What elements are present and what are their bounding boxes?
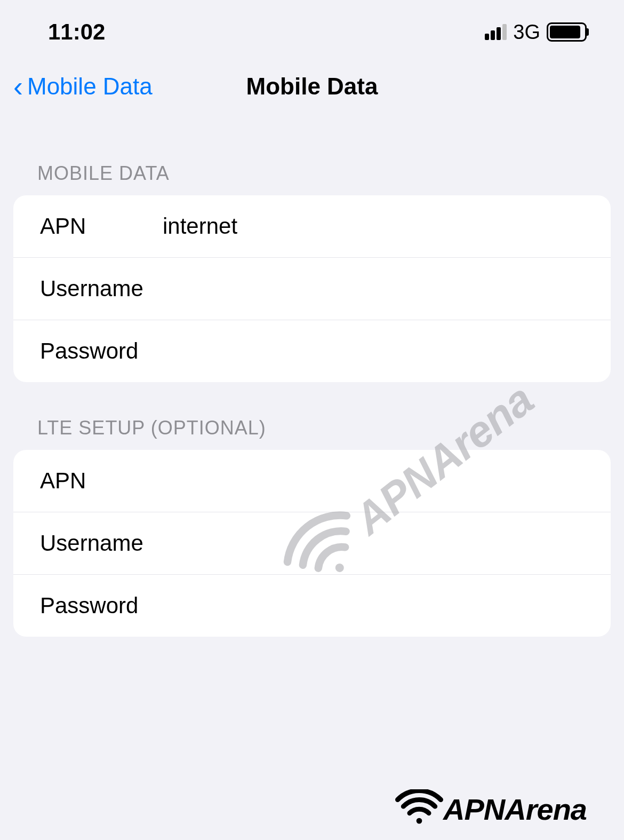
field-label: Password — [40, 593, 163, 619]
content-area: MOBILE DATA APN Username Password LTE SE… — [0, 128, 624, 637]
apn-input[interactable] — [163, 213, 584, 239]
field-label: Username — [40, 530, 163, 556]
field-label: Password — [40, 338, 163, 364]
password-input[interactable] — [163, 338, 584, 364]
row-lte-username[interactable]: Username — [13, 512, 611, 575]
username-input[interactable] — [163, 530, 584, 556]
row-mobile-data-apn[interactable]: APN — [13, 195, 611, 258]
watermark-text: APNArena — [443, 792, 587, 827]
password-input[interactable] — [163, 593, 584, 619]
back-button-label: Mobile Data — [27, 73, 153, 100]
watermark-bottom: APNArena — [395, 789, 587, 829]
field-label: Username — [40, 276, 163, 302]
status-time: 11:02 — [48, 19, 105, 45]
apn-input[interactable] — [163, 468, 584, 494]
section-card-lte: APN Username Password — [13, 450, 611, 637]
navigation-bar: ‹ Mobile Data Mobile Data — [0, 59, 624, 128]
chevron-left-icon: ‹ — [13, 72, 23, 101]
row-mobile-data-username[interactable]: Username — [13, 258, 611, 320]
section-header-lte: LTE SETUP (OPTIONAL) — [0, 382, 624, 450]
field-label: APN — [40, 213, 163, 239]
field-label: APN — [40, 468, 163, 494]
page-title: Mobile Data — [246, 73, 378, 100]
username-input[interactable] — [163, 276, 584, 302]
wifi-icon — [395, 789, 443, 829]
row-lte-password[interactable]: Password — [13, 575, 611, 637]
section-header-mobile-data: MOBILE DATA — [0, 128, 624, 195]
network-type-label: 3G — [513, 21, 540, 44]
section-card-mobile-data: APN Username Password — [13, 195, 611, 382]
row-lte-apn[interactable]: APN — [13, 450, 611, 512]
row-mobile-data-password[interactable]: Password — [13, 320, 611, 382]
status-right: 3G — [485, 21, 587, 44]
back-button[interactable]: ‹ Mobile Data — [13, 72, 153, 101]
signal-strength-icon — [485, 24, 507, 40]
status-bar: 11:02 3G — [0, 0, 624, 59]
battery-icon — [547, 22, 587, 42]
